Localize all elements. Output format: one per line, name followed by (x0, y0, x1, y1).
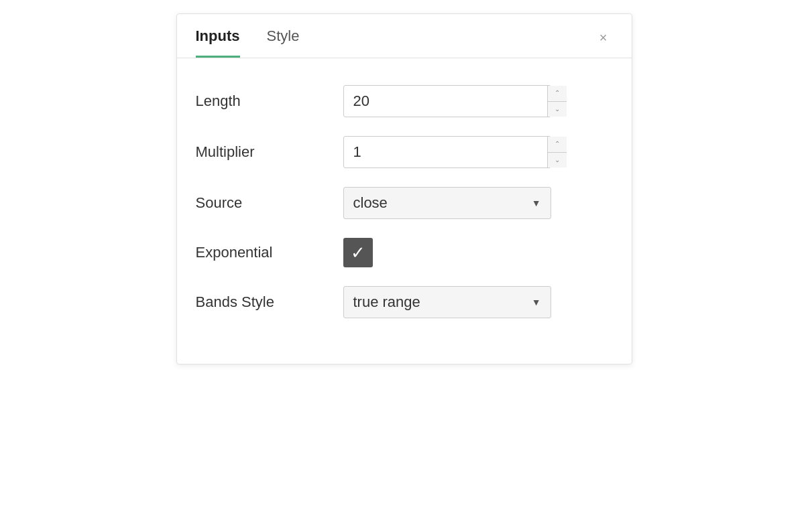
length-spinner[interactable]: ⌃ ⌄ (343, 85, 551, 117)
panel-body: Length ⌃ ⌄ Multiplier ⌃ ⌄ Source (177, 58, 632, 364)
multiplier-increment-button[interactable]: ⌃ (548, 137, 567, 153)
bands-style-row: Bands Style true range ▼ (196, 286, 613, 318)
length-spinner-buttons: ⌃ ⌄ (547, 86, 567, 117)
close-button[interactable]: × (594, 28, 613, 47)
multiplier-spinner-buttons: ⌃ ⌄ (547, 137, 567, 168)
bands-style-select[interactable]: true range ▼ (343, 286, 551, 318)
panel-header: Inputs Style × (177, 14, 632, 58)
length-decrement-button[interactable]: ⌄ (548, 102, 567, 117)
tab-bar: Inputs Style (196, 27, 300, 58)
source-label: Source (196, 194, 343, 212)
source-chevron-down-icon: ▼ (532, 198, 541, 208)
checkmark-icon: ✓ (351, 244, 365, 261)
length-label: Length (196, 92, 343, 110)
length-input[interactable] (344, 86, 547, 117)
exponential-checkbox-wrapper: ✓ (343, 238, 373, 267)
tab-inputs[interactable]: Inputs (196, 27, 240, 58)
exponential-checkbox[interactable]: ✓ (343, 238, 373, 267)
exponential-row: Exponential ✓ (196, 238, 613, 267)
multiplier-spinner[interactable]: ⌃ ⌄ (343, 136, 551, 168)
multiplier-row: Multiplier ⌃ ⌄ (196, 136, 613, 168)
bands-style-chevron-down-icon: ▼ (532, 297, 541, 308)
settings-panel: Inputs Style × Length ⌃ ⌄ Multiplier (176, 13, 632, 364)
multiplier-label: Multiplier (196, 143, 343, 161)
source-select[interactable]: close ▼ (343, 187, 551, 219)
length-increment-button[interactable]: ⌃ (548, 86, 567, 102)
length-row: Length ⌃ ⌄ (196, 85, 613, 117)
bands-style-value: true range (353, 293, 420, 311)
exponential-label: Exponential (196, 244, 343, 261)
tab-style[interactable]: Style (267, 27, 300, 58)
source-value: close (353, 194, 388, 212)
source-row: Source close ▼ (196, 187, 613, 219)
multiplier-input[interactable] (344, 137, 547, 168)
bands-style-label: Bands Style (196, 293, 343, 311)
multiplier-decrement-button[interactable]: ⌄ (548, 153, 567, 168)
